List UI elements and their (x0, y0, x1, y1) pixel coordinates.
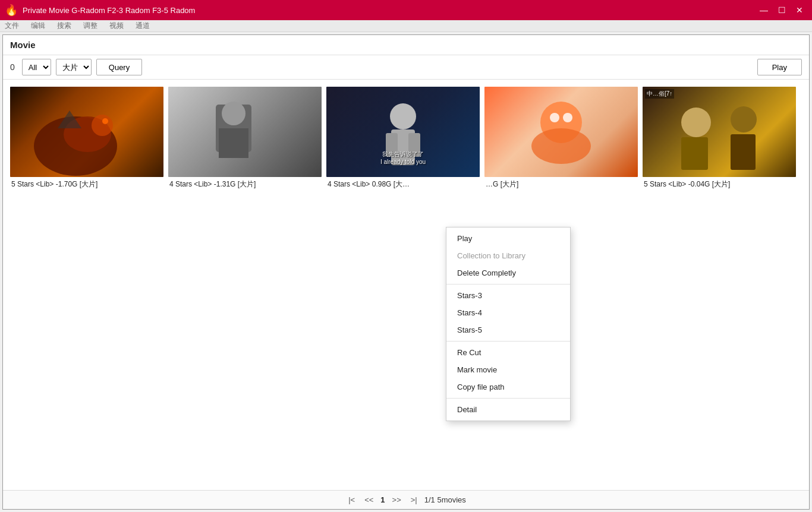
context-menu-separator-2 (446, 341, 570, 342)
window-header: Movie (3, 35, 809, 55)
zero-counter: 0 (10, 62, 15, 72)
svg-rect-18 (681, 137, 708, 170)
movie-thumb-1 (10, 87, 163, 177)
movie-card-1[interactable]: 5 Stars <Lib> -1.70G [大片] (10, 87, 163, 191)
menu-item-edit[interactable]: 编辑 (31, 21, 45, 31)
movie-card-3[interactable]: 我先告诉说了了I already told you 4 Stars <Lib> … (326, 87, 480, 191)
thumb-figure-4 (484, 87, 638, 177)
svg-point-2 (92, 115, 113, 136)
context-menu-stars-4[interactable]: Stars-4 (446, 304, 570, 321)
movie-card-5[interactable]: 中…俗[7↑ 5 Stars <Lib> -0.04G [大片] (643, 87, 796, 191)
svg-point-15 (563, 113, 572, 122)
menu-item-file[interactable]: 文件 (5, 21, 19, 31)
movie-thumb-3: 我先告诉说了了I already told you (326, 87, 480, 177)
movie-label-5: 5 Stars <Lib> -0.04G [大片] (643, 177, 796, 191)
movie-badge-5: 中…俗[7↑ (645, 89, 674, 99)
context-menu-mark-movie[interactable]: Mark movie (446, 361, 570, 378)
svg-point-13 (531, 128, 591, 164)
current-page: 1 (380, 495, 385, 504)
page-info: 1/1 5movies (424, 495, 466, 504)
movie-thumb-4 (484, 87, 638, 177)
svg-point-14 (550, 113, 559, 122)
context-menu-detail[interactable]: Detail (446, 401, 570, 418)
svg-point-4 (102, 118, 108, 124)
movie-card-4[interactable]: …G [大片] (484, 87, 638, 191)
svg-point-8 (390, 103, 416, 129)
next-page-button[interactable]: >> (390, 494, 404, 505)
last-page-button[interactable]: >| (408, 494, 420, 505)
svg-rect-19 (731, 134, 756, 170)
thumb-figure-5 (643, 87, 796, 177)
toolbar: 0 All 大片 Query Play (3, 55, 809, 80)
svg-rect-7 (219, 128, 248, 158)
menu-item-video[interactable]: 视频 (109, 21, 124, 31)
movie-label-2: 4 Stars <Lib> -1.31G [大片] (168, 177, 322, 191)
svg-point-17 (731, 106, 757, 132)
movie-label-1: 5 Stars <Lib> -1.70G [大片] (10, 177, 163, 191)
movie-label-3: 4 Stars <Lib> 0.98G [大… (326, 177, 480, 191)
play-button[interactable]: Play (757, 59, 802, 75)
movie-thumb-2 (168, 87, 322, 177)
status-bar: |< << 1 >> >| 1/1 5movies (3, 490, 809, 509)
thumb-figure-1 (10, 87, 163, 177)
context-menu-separator-3 (446, 398, 570, 399)
svg-point-6 (222, 102, 246, 125)
thumb-figure-2 (168, 87, 322, 177)
context-menu: Play Collection to Library Delete Comple… (446, 227, 571, 421)
context-menu-stars-3[interactable]: Stars-3 (446, 287, 570, 304)
context-menu-re-cut[interactable]: Re Cut (446, 344, 570, 361)
menu-bar: 文件 编辑 搜索 调整 视频 通道 (0, 20, 812, 32)
title-bar-left: 🔥 Private Movie G-Radom F2-3 Radom F3-5 … (5, 4, 195, 17)
query-button[interactable]: Query (96, 59, 142, 75)
menu-item-search[interactable]: 搜索 (57, 21, 71, 31)
movie-grid: 5 Stars <Lib> -1.70G [大片] 4 Stars <Lib> … (10, 87, 802, 191)
movie-thumb-5: 中…俗[7↑ (643, 87, 796, 177)
minimize-button[interactable]: — (756, 4, 772, 17)
movie-label-4: …G [大片] (484, 177, 638, 191)
app-title: Private Movie G-Radom F2-3 Radom F3-5 Ra… (23, 6, 195, 15)
prev-page-button[interactable]: << (362, 494, 376, 505)
main-window: Movie 0 All 大片 Query Play (2, 34, 810, 510)
context-menu-stars-5[interactable]: Stars-5 (446, 321, 570, 339)
movie-card-2[interactable]: 4 Stars <Lib> -1.31G [大片] (168, 87, 322, 191)
context-menu-delete-completly[interactable]: Delete Completly (446, 264, 570, 282)
filter-select-2[interactable]: 大片 (56, 59, 92, 75)
first-page-button[interactable]: |< (346, 494, 357, 505)
title-bar-controls: — ☐ ✕ (756, 4, 807, 17)
restore-button[interactable]: ☐ (774, 4, 789, 17)
subtitle-text-3: 我先告诉说了了I already told you (332, 150, 474, 165)
filter-select-1[interactable]: All (22, 59, 51, 75)
title-bar: 🔥 Private Movie G-Radom F2-3 Radom F3-5 … (0, 0, 812, 20)
context-menu-copy-file-path[interactable]: Copy file path (446, 378, 570, 396)
context-menu-play[interactable]: Play (446, 230, 570, 247)
app-icon: 🔥 (5, 4, 18, 17)
menu-item-channel[interactable]: 通道 (136, 21, 150, 31)
content-area: 5 Stars <Lib> -1.70G [大片] 4 Stars <Lib> … (3, 80, 809, 490)
close-button[interactable]: ✕ (792, 4, 807, 17)
window-title: Movie (10, 40, 36, 50)
svg-point-16 (681, 108, 711, 137)
context-menu-collection-to-library[interactable]: Collection to Library (446, 247, 570, 264)
menu-item-adjust[interactable]: 调整 (83, 21, 97, 31)
context-menu-separator-1 (446, 284, 570, 285)
